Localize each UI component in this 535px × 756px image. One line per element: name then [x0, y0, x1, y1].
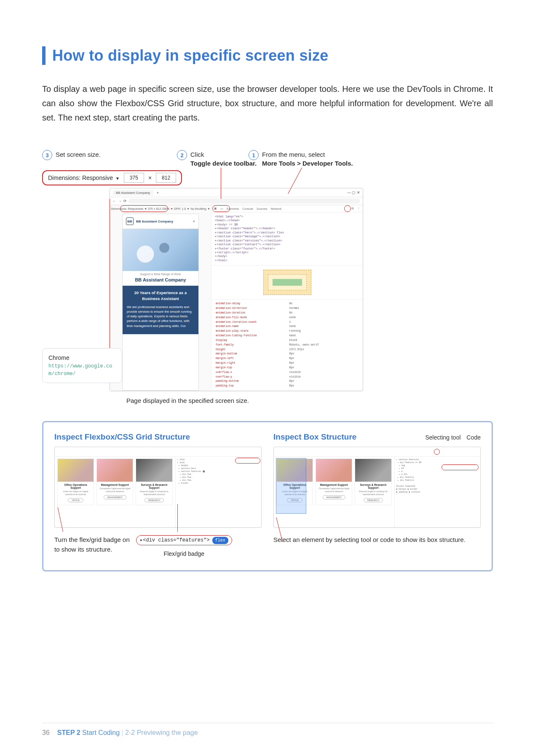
leader-line: [177, 504, 178, 532]
callout-2: 2 Click Toggle device toolbar.: [177, 150, 257, 168]
callout-text: From the menu, select More Tools > Devel…: [262, 150, 353, 168]
card-button: MANAGEMENT: [104, 495, 126, 499]
footer-step: STEP 2: [57, 729, 80, 736]
dimensions-label: Dimensions: Responsive ▼: [48, 174, 120, 181]
devtools-screenshot: BB Assistant Company ＋ — ▢ ✕ ← → ⟳ Dimen…: [110, 188, 363, 391]
callout-line: From the menu, select: [262, 151, 325, 158]
panel-heading: Inspect Box Structure Selecting tool Cod…: [273, 432, 481, 442]
devtools-tab: Sources: [257, 207, 268, 210]
callout-1: 1 From the menu, select More Tools > Dev…: [249, 150, 383, 168]
callout-line: Click: [190, 151, 204, 158]
card-button: RESEARCH: [144, 498, 164, 502]
card-desc: Deserunt fugiat et occaecat do reprehend…: [136, 490, 172, 497]
gear-icon: ⚙: [351, 207, 354, 210]
dimensions-highlight: Dimensions: Responsive ▼ 375 × 812: [42, 170, 182, 185]
feature-card: Management SupportConsectetur fugiat exe…: [316, 458, 352, 505]
logo-icon: BB: [126, 217, 134, 225]
feature-card: Office Operations SupportLorem de magna …: [57, 458, 94, 505]
card-image: [355, 459, 391, 482]
heading-accent-bar: [42, 46, 45, 65]
card-title: Surveys & Research Support: [355, 482, 391, 490]
main-screenshot-area: BB Assistant Company ＋ — ▢ ✕ ← → ⟳ Dimen…: [42, 188, 493, 404]
devtools-tab: Network: [271, 207, 282, 210]
chrome-card-url: https://www.google.com/chrome/: [48, 362, 116, 378]
new-tab-icon: ＋: [156, 190, 160, 196]
devtools-pane: ▣ ▭ Elements Console Sources Network ⚙ ⋮…: [211, 205, 363, 391]
box-overlay: [276, 458, 306, 513]
callout-number: 2: [177, 150, 187, 160]
intro-paragraph: To display a web page in specific screen…: [42, 82, 493, 125]
mobile-hero-image: [123, 229, 198, 271]
feature-card: Surveys & Research SupportDeserunt fugia…: [355, 458, 391, 505]
mobile-band: 20 Years of Experience as a Business Ass…: [123, 286, 198, 334]
panel-subheading: Code: [467, 434, 481, 441]
logo-text: BB Assistant Company: [136, 220, 173, 223]
page-title: How to display in specific screen size: [52, 47, 329, 64]
card-button: OFFICE: [68, 498, 83, 502]
footer-divider: |: [121, 729, 123, 736]
card-image: [316, 459, 352, 482]
callout-text: Set screen size.: [56, 150, 101, 159]
highlight-ring: [212, 205, 230, 212]
footer-subsection: 2-2 Previewing the page: [125, 729, 198, 736]
mobile-hero-heading: BB Assistant Company: [123, 276, 198, 286]
panel-heading: Inspect Flexbox/CSS Grid Structure: [54, 432, 262, 442]
kebab-icon: ⋮: [357, 207, 360, 210]
forward-icon: →: [118, 199, 122, 203]
card-image: [97, 459, 133, 482]
browser-toolbar: ← → ⟳: [110, 197, 363, 205]
highlight-ring: [344, 205, 351, 212]
flex-pill: flex: [212, 537, 228, 544]
card-desc: Lorem de magna et magna exercita et do e…: [58, 490, 94, 497]
heading-row: How to display in specific screen size: [42, 46, 493, 65]
back-icon: ←: [112, 199, 116, 203]
card-button: RESEARCH: [364, 498, 383, 502]
dimensions-width: 375: [124, 173, 144, 183]
chrome-card-title: Chrome: [48, 354, 116, 362]
card-title: Office Operations Support: [58, 482, 94, 490]
chrome-download-card: Chrome https://www.google.com/chrome/: [42, 348, 122, 383]
mini-viewport: Office Operations SupportLorem de magna …: [55, 457, 175, 527]
highlight-ring: [434, 449, 440, 455]
mobile-band-title: 20 Years of Experience as a Business Ass…: [127, 290, 194, 302]
reload-icon: ⟳: [123, 199, 127, 203]
mobile-band-body: We are professional business assistants …: [127, 305, 194, 328]
card-desc: Consectetur fugiat exercita fugiat nostr…: [97, 487, 133, 494]
screenshot-caption: Page displayed in the specified screen s…: [126, 397, 493, 404]
device-toolbar: Dimensions: Responsive ▼ 375 × 812 100% …: [110, 205, 211, 212]
inspect-box-column: Inspect Box Structure Selecting tool Cod…: [273, 432, 481, 558]
badge-code: ▸<div class="features">: [140, 536, 210, 544]
caret-down-icon: ▼: [115, 176, 120, 181]
card-desc: Consectetur fugiat exercita fugiat nostr…: [316, 487, 352, 494]
inspect-flex-column: Inspect Flexbox/CSS Grid Structure Offic…: [54, 432, 262, 558]
callout-3: 3 Set screen size.: [42, 150, 101, 160]
footer-section: Start Coding: [82, 729, 120, 736]
devtools-box-model: [211, 265, 363, 299]
mobile-preview: BB BB Assistant Company ≡ Support a Wide…: [122, 214, 199, 391]
dimensions-times: ×: [148, 174, 152, 181]
highlight-ring: [441, 464, 479, 470]
mini-viewport: Office Operations SupportLorem de magna …: [274, 457, 394, 527]
address-field: [128, 198, 360, 204]
feature-card: Management SupportConsectetur fugiat exe…: [96, 458, 133, 505]
mobile-hero-caption: Support a Wide Range of Work: [123, 271, 198, 276]
panel-left-caption: Turn the flex/grid badge on to show its …: [54, 535, 130, 554]
callout-number: 3: [42, 150, 52, 160]
badge-label: Flex/grid badge: [136, 550, 232, 558]
highlight-ring: [120, 205, 168, 212]
highlight-ring: [235, 458, 260, 464]
card-title: Management Support: [316, 482, 352, 487]
card-image: [136, 459, 172, 482]
callout-text: Click Toggle device toolbar.: [190, 150, 257, 168]
document-page: How to display in specific screen size T…: [0, 0, 535, 756]
card-desc: Deserunt fugiat et occaecat do reprehend…: [355, 490, 391, 497]
window-controls: — ▢ ✕: [347, 190, 360, 195]
panel-right-caption: Select an element by selecting tool or c…: [273, 535, 481, 545]
leader-line: [221, 168, 221, 199]
callout-bold: Toggle device toolbar.: [190, 160, 257, 167]
browser-tabbar: BB Assistant Company ＋ — ▢ ✕: [110, 188, 363, 197]
hamburger-icon: ≡: [193, 220, 195, 223]
leader-line: [110, 199, 110, 372]
panel-subheading: Selecting tool: [425, 434, 460, 441]
callout-number: 1: [249, 150, 259, 160]
